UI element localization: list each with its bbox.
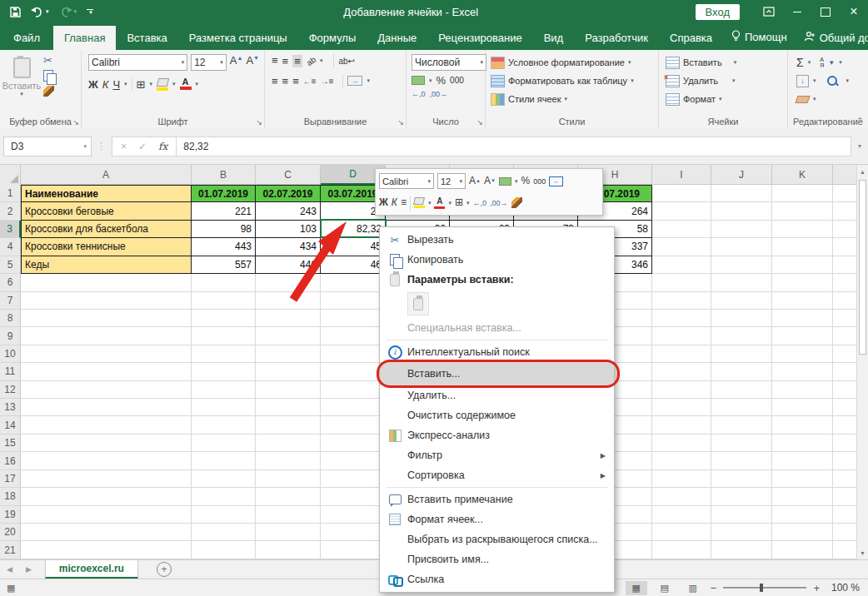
scroll-down-icon[interactable]: ▼ bbox=[857, 546, 868, 559]
increase-decimal-icon[interactable]: ←,0 bbox=[412, 90, 426, 98]
cell-A1[interactable]: Наименование bbox=[21, 185, 192, 202]
cell-C7[interactable] bbox=[256, 292, 321, 310]
insert-cells-button[interactable]: Вставить▾ bbox=[666, 53, 787, 72]
cell-B19[interactable] bbox=[192, 506, 256, 524]
borders-icon[interactable]: ⊞ bbox=[137, 78, 146, 91]
cell-J16[interactable] bbox=[711, 452, 772, 469]
mini-font-color-icon[interactable]: А bbox=[434, 196, 445, 209]
cell-C8[interactable] bbox=[256, 310, 321, 327]
cell-A11[interactable] bbox=[21, 363, 192, 380]
mini-fill-color-icon[interactable] bbox=[414, 197, 425, 208]
column-header-A[interactable]: A bbox=[21, 165, 192, 185]
row-header-11[interactable]: 11 bbox=[0, 363, 21, 380]
mini-borders-dropdown[interactable]: ▾ bbox=[466, 200, 470, 206]
cell-J19[interactable] bbox=[711, 506, 772, 524]
tab-view[interactable]: Вид bbox=[533, 26, 575, 50]
menu-item-sort[interactable]: Сортировка ▶ bbox=[380, 465, 614, 485]
cell-A10[interactable] bbox=[21, 345, 192, 363]
align-middle-icon[interactable]: ≡ bbox=[282, 55, 289, 67]
column-header-B[interactable]: B bbox=[192, 165, 256, 185]
cell-B20[interactable] bbox=[192, 524, 256, 541]
cell-K20[interactable] bbox=[772, 524, 833, 541]
cell-K16[interactable] bbox=[772, 452, 833, 469]
cell-I12[interactable] bbox=[652, 381, 711, 399]
cell-D9[interactable] bbox=[321, 327, 386, 345]
mini-merge-icon[interactable]: ↔ bbox=[549, 176, 563, 186]
font-color-dropdown[interactable]: ▾ bbox=[196, 81, 199, 87]
cell-C14[interactable] bbox=[256, 416, 321, 434]
cell-A14[interactable] bbox=[21, 416, 192, 434]
menu-item-quick-analysis[interactable]: Экспресс-анализ bbox=[380, 425, 614, 445]
grow-font-icon[interactable]: A▲ bbox=[230, 54, 243, 71]
column-header-J[interactable]: J bbox=[711, 165, 772, 185]
cell-B16[interactable] bbox=[192, 452, 256, 469]
cell-I4[interactable] bbox=[652, 238, 711, 256]
cell-I8[interactable] bbox=[652, 310, 711, 327]
cell-D21[interactable] bbox=[321, 541, 386, 559]
cell-A18[interactable] bbox=[21, 488, 192, 505]
row-header-4[interactable]: 4 bbox=[0, 238, 21, 256]
cell-A9[interactable] bbox=[21, 327, 192, 345]
column-header-I[interactable]: I bbox=[652, 165, 711, 185]
cell-D12[interactable] bbox=[321, 381, 386, 399]
orientation-dropdown[interactable]: ▾ bbox=[320, 57, 323, 64]
insert-function-icon[interactable]: fx bbox=[158, 141, 167, 152]
zoom-slider[interactable] bbox=[723, 587, 806, 589]
cell-D16[interactable] bbox=[321, 452, 386, 469]
number-format-combo[interactable]: Числовой▾ bbox=[412, 54, 486, 71]
format-as-table-button[interactable]: Форматировать как таблицу▾ bbox=[491, 72, 658, 90]
cell-partial-15[interactable] bbox=[833, 435, 856, 452]
bold-button[interactable]: Ж bbox=[88, 78, 98, 91]
tab-formulas[interactable]: Формулы bbox=[298, 26, 367, 50]
mini-percent-icon[interactable]: % bbox=[521, 176, 530, 186]
cell-J10[interactable] bbox=[711, 345, 772, 363]
cell-D13[interactable] bbox=[321, 399, 386, 416]
zoom-level[interactable]: 100 % bbox=[826, 582, 860, 594]
page-break-view-icon[interactable]: ▥ bbox=[682, 581, 704, 595]
mini-grow-font-icon[interactable]: A▲ bbox=[469, 176, 481, 186]
number-dialog-launcher-icon[interactable]: ↘ bbox=[476, 118, 483, 127]
cell-K19[interactable] bbox=[772, 506, 833, 524]
delete-cells-button[interactable]: × Удалить▾ bbox=[666, 72, 787, 90]
cell-B3[interactable]: 98 bbox=[192, 221, 256, 238]
undo-dropdown[interactable]: ▾ bbox=[46, 8, 49, 15]
cell-J2[interactable] bbox=[711, 202, 772, 220]
cell-A16[interactable] bbox=[21, 452, 192, 469]
cell-B15[interactable] bbox=[192, 435, 256, 452]
mini-format-painter-icon[interactable] bbox=[511, 197, 522, 208]
row-header-20[interactable]: 20 bbox=[0, 524, 21, 541]
mini-comma-icon[interactable]: 000 bbox=[533, 177, 546, 186]
row-header-15[interactable]: 15 bbox=[0, 435, 21, 452]
cell-J13[interactable] bbox=[711, 399, 772, 416]
cell-A5[interactable]: Кеды bbox=[21, 256, 192, 274]
cell-D20[interactable] bbox=[321, 524, 386, 541]
vertical-scrollbar[interactable]: ▲ ▼ bbox=[856, 165, 868, 559]
cell-I11[interactable] bbox=[652, 363, 711, 380]
format-button[interactable]: Формат▾ bbox=[666, 90, 787, 108]
cell-A15[interactable] bbox=[21, 435, 192, 452]
align-right-icon[interactable]: ≡ bbox=[292, 75, 299, 87]
increase-indent-icon[interactable]: →≡ bbox=[321, 77, 334, 86]
menu-item-pick-from-list[interactable]: Выбрать из раскрывающегося списка... bbox=[380, 529, 614, 549]
cell-B10[interactable] bbox=[192, 345, 256, 363]
cell-C3[interactable]: 103 bbox=[256, 221, 321, 238]
cell-A4[interactable]: Кроссовки теннисные bbox=[21, 238, 192, 256]
mini-italic-button[interactable]: К bbox=[392, 198, 397, 207]
column-header-C[interactable]: C bbox=[256, 165, 321, 185]
cell-partial-16[interactable] bbox=[833, 452, 856, 469]
row-header-13[interactable]: 13 bbox=[0, 399, 21, 416]
cell-D3[interactable]: 82,32 bbox=[321, 221, 386, 238]
cell-C20[interactable] bbox=[256, 524, 321, 541]
underline-dropdown[interactable]: ▾ bbox=[124, 81, 127, 87]
cell-K9[interactable] bbox=[772, 327, 833, 345]
tab-review[interactable]: Рецензирование bbox=[427, 26, 532, 50]
conditional-formatting-button[interactable]: Условное форматирование▾ bbox=[491, 53, 658, 72]
cell-B8[interactable] bbox=[192, 310, 256, 327]
cell-I1[interactable] bbox=[652, 185, 711, 202]
cell-D17[interactable] bbox=[321, 470, 386, 488]
cell-A6[interactable] bbox=[21, 274, 192, 291]
sheet-prev-icon[interactable]: ◀ bbox=[0, 565, 19, 574]
cell-K2[interactable] bbox=[772, 202, 833, 220]
alignment-dialog-launcher-icon[interactable]: ↘ bbox=[397, 118, 404, 127]
menu-item-cut[interactable]: ✂ Вырезать bbox=[380, 230, 614, 250]
